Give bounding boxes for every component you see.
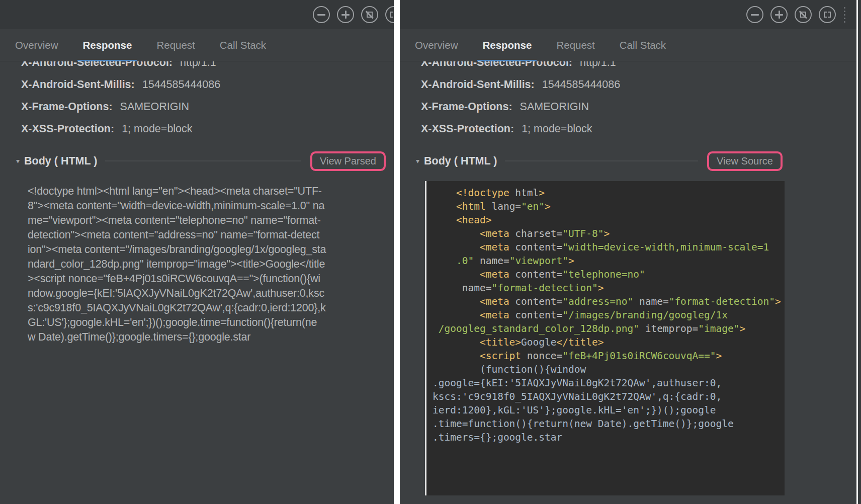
code-line: <meta content="telephone=no"	[433, 268, 785, 281]
code-line: <title>Google</title>	[433, 335, 785, 349]
header-name: X-Frame-Options:	[421, 101, 512, 113]
comparison-canvas: Overview Response Request Call Stack X-A…	[0, 0, 861, 504]
body-section-header: ▾ Body ( HTML ) View Parsed	[16, 150, 386, 172]
header-value: http/1.1	[580, 61, 616, 68]
toolbar-drag-handle-icon[interactable]	[844, 7, 845, 23]
body-section-title: Body ( HTML )	[424, 155, 497, 167]
tab-overview[interactable]: Overview	[15, 30, 58, 60]
view-parsed-button[interactable]: View Parsed	[310, 151, 386, 171]
view-source-button[interactable]: View Source	[707, 151, 783, 171]
source-code-viewer[interactable]: <!doctype html> <html lang="en"> <head> …	[425, 181, 785, 495]
tab-request[interactable]: Request	[156, 30, 195, 60]
header-name: X-Frame-Options:	[21, 101, 113, 113]
profiler-toolbar	[0, 0, 394, 29]
code-line: ierd:1200},kGL:'US'};google.kHL='en';})(…	[433, 403, 785, 417]
response-headers-list: X-Android-Selected-Protocol: http/1.1 X-…	[421, 61, 848, 140]
header-row: X-Android-Selected-Protocol: http/1.1	[21, 61, 386, 73]
header-name: X-Android-Selected-Protocol:	[21, 61, 173, 68]
header-value: 1544585444086	[542, 78, 620, 91]
zoom-in-icon[interactable]	[337, 6, 354, 23]
section-divider	[105, 160, 301, 161]
code-line: <!doctype html>	[433, 186, 785, 200]
header-value: SAMEORIGIN	[120, 101, 189, 113]
header-name: X-XSS-Protection:	[421, 123, 514, 135]
tab-bar: Overview Response Request Call Stack	[400, 29, 856, 61]
collapse-arrow-icon[interactable]: ▾	[416, 157, 419, 165]
header-name: X-Android-Sent-Millis:	[21, 78, 135, 91]
code-line: <meta charset="UTF-8">	[433, 227, 785, 240]
header-row: X-XSS-Protection: 1; mode=block	[21, 118, 386, 140]
code-line: <head>	[433, 213, 785, 227]
zoom-controls	[313, 6, 394, 23]
tab-response[interactable]: Response	[82, 30, 132, 60]
header-value: 1544585444086	[142, 78, 220, 91]
code-line: kscs:'c9c918f0_5IAQXJyVNaiL0gK2t72QAw',q…	[433, 390, 785, 403]
code-line: /googleg_standard_color_128dp.png" itemp…	[433, 322, 785, 335]
header-row: X-Android-Sent-Millis: 1544585444086	[421, 73, 848, 96]
header-value: 1; mode=block	[122, 123, 192, 135]
network-inspector-panel-parsed: Overview Response Request Call Stack X-A…	[0, 0, 394, 504]
body-section-title: Body ( HTML )	[24, 155, 97, 167]
code-line: .timers={};google.star	[433, 431, 785, 444]
header-name: X-XSS-Protection:	[21, 123, 114, 135]
header-value: http/1.1	[180, 61, 216, 68]
code-line: <html lang="en">	[433, 200, 785, 213]
section-divider	[505, 160, 698, 161]
header-name: X-Android-Selected-Protocol:	[421, 61, 572, 68]
tab-response[interactable]: Response	[482, 30, 532, 60]
tab-bar: Overview Response Request Call Stack	[0, 29, 394, 61]
body-section-header: ▾ Body ( HTML ) View Source	[416, 150, 783, 172]
header-name: X-Android-Sent-Millis:	[421, 78, 535, 91]
collapse-arrow-icon[interactable]: ▾	[16, 157, 20, 165]
zoom-to-fit-icon[interactable]	[385, 6, 394, 23]
header-row: X-XSS-Protection: 1; mode=block	[421, 118, 848, 140]
response-body-source-text: <!doctype html><html lang="en"><head><me…	[28, 184, 387, 345]
code-line: .0" name="viewport">	[433, 254, 785, 268]
code-line: <meta content="address=no" name="format-…	[433, 295, 785, 308]
header-value: SAMEORIGIN	[520, 101, 589, 113]
zoom-out-icon[interactable]	[313, 6, 330, 23]
reset-zoom-icon[interactable]	[795, 6, 812, 23]
code-line: <meta content="/images/branding/googleg/…	[433, 308, 785, 322]
code-line: <script nonce="feB+4Pj01s0iRCW6couvqA=="…	[433, 349, 785, 363]
response-details: X-Android-Selected-Protocol: http/1.1 X-…	[400, 61, 856, 504]
header-value: 1; mode=block	[522, 123, 592, 135]
response-headers-list: X-Android-Selected-Protocol: http/1.1 X-…	[21, 61, 386, 140]
network-inspector-panel-source: Overview Response Request Call Stack X-A…	[400, 0, 856, 504]
tab-call-stack[interactable]: Call Stack	[620, 30, 666, 60]
zoom-out-icon[interactable]	[746, 6, 763, 23]
reset-zoom-icon[interactable]	[361, 6, 378, 23]
panel-divider	[394, 0, 400, 504]
tab-request[interactable]: Request	[556, 30, 594, 60]
response-details: X-Android-Selected-Protocol: http/1.1 X-…	[0, 61, 394, 504]
header-row: X-Android-Selected-Protocol: http/1.1	[421, 61, 848, 73]
header-row: X-Frame-Options: SAMEORIGIN	[21, 96, 386, 118]
right-edge-sliver	[858, 0, 861, 504]
tab-overview[interactable]: Overview	[415, 30, 458, 60]
code-line: <meta content="width=device-width,minimu…	[433, 240, 785, 254]
code-line: .time=function(){return(new Date).getTim…	[433, 417, 785, 431]
zoom-to-fit-icon[interactable]	[819, 6, 836, 23]
profiler-toolbar	[400, 0, 856, 29]
code-line: (function(){window	[433, 363, 785, 376]
code-line: name="format-detection">	[433, 281, 785, 295]
header-row: X-Android-Sent-Millis: 1544585444086	[21, 73, 386, 96]
zoom-in-icon[interactable]	[770, 6, 788, 23]
tab-call-stack[interactable]: Call Stack	[220, 30, 266, 60]
header-row: X-Frame-Options: SAMEORIGIN	[421, 96, 848, 118]
code-line: .google={kEI:'5IAQXJyVNaiL0gK2t72QAw',au…	[433, 376, 785, 390]
zoom-controls	[746, 6, 851, 23]
